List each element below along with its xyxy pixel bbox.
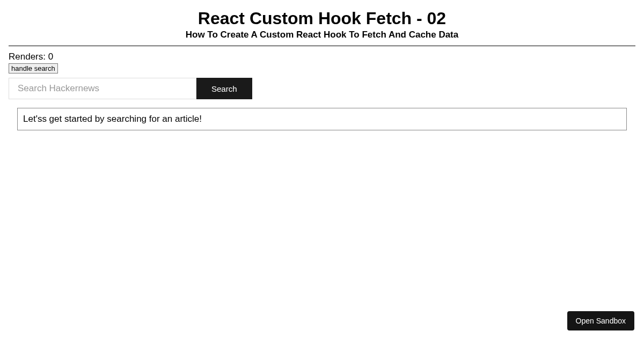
open-sandbox-button[interactable]: Open Sandbox — [567, 311, 634, 330]
handle-search-button[interactable]: handle search — [9, 63, 58, 74]
page-subtitle: How To Create A Custom React Hook To Fet… — [9, 30, 635, 40]
search-input[interactable] — [9, 78, 196, 99]
page-title: React Custom Hook Fetch - 02 — [9, 9, 635, 28]
header: React Custom Hook Fetch - 02 How To Crea… — [9, 0, 635, 46]
renders-counter: Renders: 0 — [9, 52, 635, 62]
message-box: Let'ss get started by searching for an a… — [17, 108, 627, 130]
content-area: Renders: 0 handle search Search Let'ss g… — [0, 46, 644, 130]
search-row: Search — [9, 78, 635, 99]
search-button[interactable]: Search — [196, 78, 252, 99]
